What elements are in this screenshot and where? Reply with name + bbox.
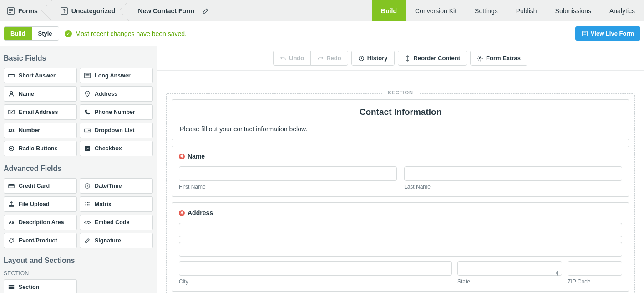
svg-point-25 — [87, 202, 88, 203]
state-select[interactable] — [457, 261, 562, 276]
svg-rect-6 — [583, 31, 588, 36]
radio-icon — [8, 145, 15, 152]
sidebar-sub-section: SECTION — [4, 270, 153, 277]
form-area: SECTION Contact Information Please fill … — [157, 71, 644, 293]
section-badge: SECTION — [382, 90, 419, 95]
address-line2-input[interactable] — [179, 242, 622, 257]
long-answer-icon — [84, 72, 91, 79]
tab-build[interactable]: Build — [372, 0, 406, 21]
email-icon — [8, 108, 15, 116]
view-live-form-button[interactable]: View Live Form — [575, 26, 640, 41]
field-name[interactable]: Name — [4, 86, 77, 102]
redo-button[interactable]: Redo — [310, 51, 348, 66]
svg-point-28 — [87, 204, 88, 205]
required-icon: ✱ — [179, 210, 185, 216]
field-address[interactable]: Address — [80, 86, 153, 102]
field-dropdown[interactable]: Dropdown List — [80, 123, 153, 138]
toggle-build[interactable]: Build — [4, 27, 32, 40]
field-section[interactable]: Section — [4, 279, 77, 293]
name-field-label: Name — [188, 153, 205, 160]
person-icon — [8, 90, 15, 98]
address-field-label: Address — [188, 209, 213, 216]
code-icon: </> — [84, 219, 91, 226]
sidebar-heading-basic: Basic Fields — [4, 54, 153, 62]
svg-point-14 — [87, 93, 88, 94]
svg-rect-20 — [9, 185, 14, 188]
field-long-answer[interactable]: Long Answer — [80, 68, 153, 83]
field-signature[interactable]: Signature — [80, 233, 153, 248]
toggle-style[interactable]: Style — [32, 27, 59, 40]
reorder-button[interactable]: Reorder Content — [398, 51, 467, 66]
first-name-input[interactable] — [179, 166, 397, 181]
breadcrumb-category[interactable]: ? Uncategorized — [47, 0, 124, 21]
uncategorized-icon: ? — [61, 7, 68, 15]
toggle-style-label: Style — [38, 30, 52, 37]
field-short-answer[interactable]: Short Answer — [4, 68, 77, 83]
field-phone[interactable]: Phone Number — [80, 104, 153, 120]
field-checkbox-label: Checkbox — [95, 145, 122, 152]
section-description: Please fill out your contact information… — [180, 125, 621, 133]
field-date-time[interactable]: Date/Time — [80, 178, 153, 194]
field-email[interactable]: Email Address — [4, 104, 77, 120]
form-extras-button[interactable]: Form Extras — [470, 51, 527, 66]
tab-submissions[interactable]: Submissions — [546, 0, 600, 21]
undo-button[interactable]: Undo — [273, 51, 311, 66]
field-radio-label: Radio Buttons — [19, 145, 57, 152]
field-event-product[interactable]: Event/Product — [4, 233, 77, 248]
tab-analytics[interactable]: Analytics — [600, 0, 644, 21]
build-style-toggle: Build Style — [4, 26, 59, 41]
field-number[interactable]: 123Number — [4, 123, 77, 138]
svg-point-26 — [88, 202, 89, 203]
field-description[interactable]: AaDescription Area — [4, 215, 77, 230]
reorder-label: Reorder Content — [414, 55, 461, 62]
tab-settings-label: Settings — [475, 7, 498, 15]
field-matrix[interactable]: Matrix — [80, 196, 153, 212]
history-button[interactable]: History — [351, 51, 395, 66]
tab-conversion-kit[interactable]: Conversion Kit — [406, 0, 466, 21]
field-embed-code[interactable]: </>Embed Code — [80, 215, 153, 230]
tab-settings[interactable]: Settings — [466, 0, 507, 21]
field-checkbox[interactable]: Checkbox — [80, 141, 153, 156]
zip-input[interactable] — [568, 261, 622, 276]
dropdown-icon — [84, 127, 91, 134]
field-long-answer-label: Long Answer — [95, 72, 131, 79]
sidebar: Basic Fields Short Answer Long Answer Na… — [0, 46, 157, 293]
tab-publish[interactable]: Publish — [507, 0, 546, 21]
gear-icon — [477, 55, 483, 62]
field-file-upload[interactable]: File Upload — [4, 196, 77, 212]
canvas-toolbar: Undo Redo History Reorder Content Form E… — [157, 46, 644, 71]
topbar: Forms ? Uncategorized New Contact Form B… — [0, 0, 644, 21]
save-status-label: Most recent changes have been saved. — [76, 30, 187, 37]
field-matrix-label: Matrix — [95, 201, 112, 207]
field-date-time-label: Date/Time — [95, 183, 122, 189]
field-credit-card[interactable]: Credit Card — [4, 178, 77, 194]
pencil-icon[interactable] — [203, 8, 209, 14]
upload-icon — [8, 200, 15, 208]
breadcrumb-forms[interactable]: Forms — [0, 0, 47, 21]
history-icon — [358, 55, 365, 62]
topnav: Build Conversion Kit Settings Publish Su… — [372, 0, 644, 21]
svg-point-24 — [85, 202, 86, 203]
address-field[interactable]: ✱ Address City ▴ — [172, 202, 629, 292]
field-radio[interactable]: Radio Buttons — [4, 141, 77, 156]
checkbox-icon — [84, 145, 91, 152]
section-header[interactable]: Contact Information Please fill out your… — [172, 99, 629, 140]
svg-point-18 — [10, 148, 12, 149]
last-name-sublabel: Last Name — [404, 184, 622, 190]
undo-label: Undo — [289, 55, 304, 62]
city-input[interactable] — [179, 261, 452, 276]
svg-point-31 — [87, 205, 88, 206]
breadcrumb-category-label: Uncategorized — [71, 7, 115, 15]
field-short-answer-label: Short Answer — [19, 72, 56, 79]
last-name-input[interactable] — [404, 166, 622, 181]
external-icon — [582, 31, 588, 37]
name-field[interactable]: ✱ Name First Name Last Name — [172, 146, 629, 197]
section-block[interactable]: SECTION Contact Information Please fill … — [166, 93, 635, 293]
field-embed-label: Embed Code — [95, 219, 129, 226]
clock-icon — [84, 182, 91, 190]
sidebar-heading-layout: Layout and Sections — [4, 257, 153, 265]
breadcrumb-current[interactable]: New Contact Form — [124, 0, 218, 21]
field-description-label: Description Area — [19, 219, 64, 226]
address-line1-input[interactable] — [179, 223, 622, 237]
card-icon — [8, 182, 15, 190]
